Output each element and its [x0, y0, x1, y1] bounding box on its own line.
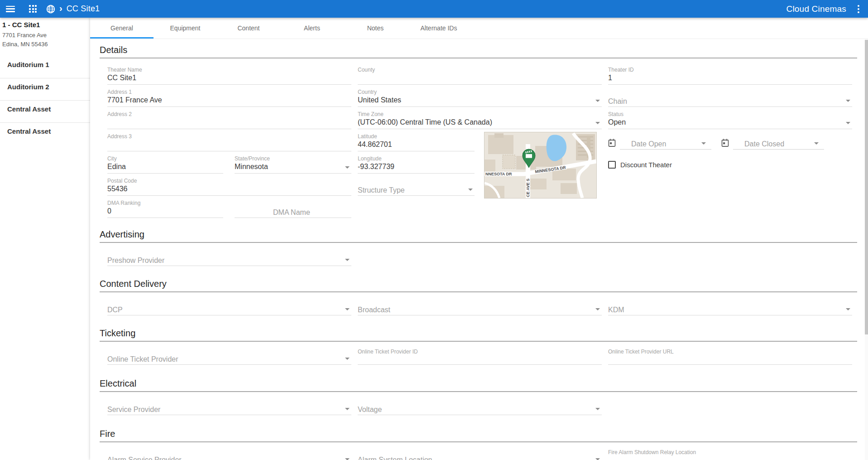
- app-bar: › CC Site1 Cloud Cinemas: [0, 0, 868, 18]
- section-title-ticketing: Ticketing: [100, 328, 857, 338]
- location-map[interactable]: NNESOTA DR MINNESOTA DR CE AVE S: [484, 132, 596, 198]
- overflow-menu-icon[interactable]: [856, 4, 861, 15]
- scrollbar-thumb[interactable]: [865, 40, 868, 334]
- menu-icon[interactable]: [6, 6, 15, 12]
- field-label: Address 2: [107, 111, 351, 118]
- section-rule: [100, 58, 857, 58]
- kdm-select[interactable]: KDM: [608, 294, 852, 316]
- tab-content[interactable]: Content: [217, 18, 280, 39]
- section-title-content-delivery: Content Delivery: [100, 279, 857, 289]
- active-tab-indicator: [90, 37, 153, 39]
- field-value: Minnesota: [235, 162, 351, 171]
- field-value: Open: [608, 118, 852, 127]
- field-value: 1: [608, 73, 852, 82]
- dma-ranking-field[interactable]: DMA Ranking 0: [107, 197, 223, 219]
- field-placeholder: Alarm System Location: [358, 455, 602, 460]
- address-3-field[interactable]: Address 3: [107, 130, 351, 152]
- form-scroll-area: Details Theater Name CC Site1 Address 1 …: [90, 39, 865, 460]
- field-label: Longitude: [358, 155, 475, 162]
- online-ticket-provider-url-field[interactable]: Online Ticket Provider URL: [608, 344, 852, 366]
- field-placeholder: KDM: [608, 305, 852, 315]
- field-label: Fire Alarm Shutdown Relay Location: [608, 449, 852, 456]
- section-title-advertising: Advertising: [100, 229, 857, 239]
- tab-alternate-ids[interactable]: Alternate IDs: [407, 18, 470, 39]
- tab-equipment[interactable]: Equipment: [153, 18, 217, 39]
- structure-type-select[interactable]: Structure Type: [358, 174, 475, 197]
- tab-notes[interactable]: Notes: [344, 18, 407, 39]
- site-address-line1: 7701 France Ave: [2, 31, 87, 40]
- dropdown-arrow-icon: [468, 189, 473, 191]
- field-value: [358, 355, 602, 364]
- sidebar-item-auditorium-2[interactable]: Auditorium 2: [0, 78, 90, 101]
- calendar-icon[interactable]: [608, 139, 616, 152]
- field-label: Latitude: [358, 133, 475, 140]
- county-field[interactable]: County: [358, 63, 602, 86]
- site-summary[interactable]: 1 - CC Site1 7701 France Ave Edina, MN 5…: [0, 18, 90, 53]
- theater-name-field[interactable]: Theater Name CC Site1: [107, 63, 351, 86]
- section-rule: [100, 291, 857, 292]
- date-open-picker[interactable]: Date Open: [620, 139, 711, 150]
- date-closed-picker[interactable]: Date Closed: [733, 139, 824, 150]
- service-provider-select[interactable]: Service Provider: [107, 394, 351, 416]
- sidebar-item-central-asset-2[interactable]: Central Asset: [0, 123, 90, 145]
- field-value: United States: [358, 96, 602, 105]
- status-select[interactable]: Status Open: [608, 108, 852, 130]
- discount-theater-checkbox-row[interactable]: Discount Theater: [608, 152, 852, 174]
- field-placeholder: Broadcast: [358, 305, 602, 315]
- dropdown-arrow-icon: [846, 100, 850, 102]
- discount-theater-checkbox[interactable]: [608, 161, 616, 169]
- tab-general[interactable]: General: [90, 18, 153, 39]
- chain-select[interactable]: Chain: [608, 86, 852, 108]
- address-1-field[interactable]: Address 1 7701 France Ave: [107, 86, 351, 108]
- field-placeholder: Service Provider: [107, 405, 351, 414]
- dma-name-field[interactable]: DMA Name: [235, 197, 351, 219]
- field-placeholder: Online Ticket Provider: [107, 355, 351, 364]
- postal-code-field[interactable]: Postal Code 55436: [107, 174, 351, 197]
- alarm-service-provider-select[interactable]: Alarm Service Provider: [107, 444, 351, 460]
- breadcrumb-chevron-icon: ›: [59, 4, 62, 13]
- sidebar-item-auditorium-1[interactable]: Auditorium 1: [0, 56, 90, 78]
- voltage-select[interactable]: Voltage: [358, 394, 602, 416]
- fire-alarm-shutdown-relay-location-field[interactable]: Fire Alarm Shutdown Relay Location: [608, 444, 852, 460]
- dropdown-arrow-icon: [595, 122, 600, 124]
- country-select[interactable]: Country United States: [358, 86, 602, 108]
- field-label: City: [107, 155, 223, 162]
- field-label: County: [358, 67, 602, 73]
- field-label: Theater ID: [608, 67, 852, 73]
- field-label: Time Zone: [358, 111, 602, 118]
- dropdown-arrow-icon: [814, 142, 819, 145]
- globe-icon[interactable]: [46, 4, 56, 14]
- longitude-field[interactable]: Longitude -93.327739: [358, 152, 475, 174]
- dcp-select[interactable]: DCP: [107, 294, 351, 316]
- address-2-field[interactable]: Address 2: [107, 108, 351, 130]
- state-province-select[interactable]: State/Province Minnesota: [235, 152, 351, 174]
- field-value: [107, 140, 351, 149]
- city-field[interactable]: City Edina: [107, 152, 223, 174]
- vertical-scrollbar[interactable]: [865, 39, 868, 460]
- theater-id-field[interactable]: Theater ID 1: [608, 63, 852, 86]
- sidebar-item-central-asset-1[interactable]: Central Asset: [0, 101, 90, 123]
- alarm-system-location-select[interactable]: Alarm System Location: [358, 444, 602, 460]
- dropdown-arrow-icon: [846, 308, 850, 310]
- online-ticket-provider-id-field[interactable]: Online Ticket Provider ID: [358, 344, 602, 366]
- field-label: Postal Code: [107, 178, 351, 184]
- field-value: 0: [107, 207, 223, 216]
- calendar-icon[interactable]: [721, 139, 729, 152]
- street-label: NNESOTA DR: [485, 172, 512, 176]
- tab-alerts[interactable]: Alerts: [280, 18, 344, 39]
- field-label: DMA Ranking: [107, 200, 223, 207]
- content-card: General Equipment Content Alerts Notes A…: [90, 18, 868, 460]
- field-value: [608, 456, 852, 460]
- broadcast-select[interactable]: Broadcast: [358, 294, 602, 316]
- field-label: State/Province: [235, 155, 351, 162]
- apps-grid-icon[interactable]: [29, 5, 37, 13]
- sidebar: 1 - CC Site1 7701 France Ave Edina, MN 5…: [0, 18, 90, 460]
- preshow-provider-select[interactable]: Preshow Provider: [107, 245, 351, 267]
- street-label: CE AVE S: [526, 179, 530, 197]
- latitude-field[interactable]: Latitude 44.862701: [358, 130, 475, 152]
- time-zone-select[interactable]: Time Zone (UTC-06:00) Central Time (US &…: [358, 108, 602, 130]
- online-ticket-provider-select[interactable]: Online Ticket Provider: [107, 344, 351, 366]
- field-value: [608, 355, 852, 364]
- brand-name: Cloud Cinemas: [786, 4, 847, 14]
- field-label: Online Ticket Provider ID: [358, 349, 602, 355]
